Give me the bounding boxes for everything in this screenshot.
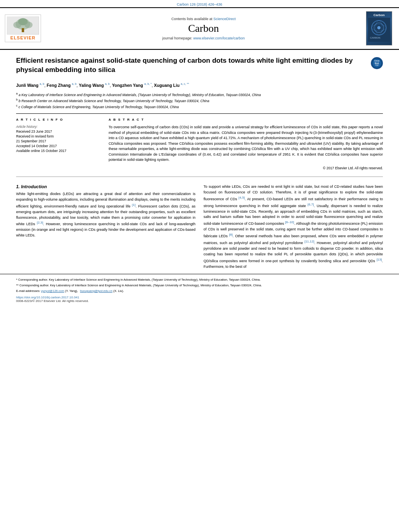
- email-yang-link[interactable]: yyzyut@126.com: [41, 289, 64, 293]
- accepted-date: Accepted 14 October 2017: [16, 144, 101, 148]
- sciencedirect-link[interactable]: ScienceDirect: [214, 17, 236, 21]
- footnote-emails: E-mail addresses: yyzyut@126.com (Y. Yan…: [16, 289, 383, 294]
- revised-date: 21 September 2017: [16, 139, 101, 143]
- svg-text:Mark: Mark: [375, 62, 379, 64]
- svg-point-4: [13, 22, 21, 28]
- journal-reference: Carbon 126 (2018) 426–436: [0, 0, 399, 7]
- svg-point-5: [25, 22, 33, 28]
- available-date: Available online 15 October 2017: [16, 149, 101, 153]
- author-2: Feng Zhang: [47, 82, 71, 87]
- doi-link[interactable]: https://doi.org/10.1016/j.carbon.2017.10…: [16, 296, 79, 299]
- elsevier-logo: ELSEVIER: [5, 14, 41, 42]
- issn-line: 0008-6223/© 2017 Elsevier Ltd. All right…: [16, 299, 383, 303]
- intro-text-col1: White light-emitting diodes (LEDs) are a…: [16, 191, 195, 239]
- article-info-header: A R T I C L E I N F O: [16, 118, 101, 121]
- affiliations: a a Key Laboratory of Interface Science …: [16, 92, 383, 109]
- svg-text:Cross: Cross: [374, 60, 380, 62]
- crossmark-badge[interactable]: Cross Mark ✓: [371, 57, 383, 69]
- body-col-left: 1. Introduction White light-emitting dio…: [16, 184, 195, 270]
- author-4: Yongzhen Yang: [112, 82, 143, 87]
- doi-line[interactable]: https://doi.org/10.1016/j.carbon.2017.10…: [16, 296, 383, 299]
- journal-cover-image: Carbon CARBON: [366, 11, 392, 45]
- section-divider: [16, 177, 383, 177]
- svg-point-11: [377, 26, 380, 29]
- intro-text-col2: To support white LEDs, CDs are needed to…: [204, 184, 383, 270]
- journal-homepage: journal homepage: www.elsevier.com/locat…: [41, 36, 366, 40]
- abstract-col: A B S T R A C T To overcome self-quenchi…: [109, 118, 383, 170]
- copyright-line: © 2017 Elsevier Ltd. All rights reserved…: [109, 166, 383, 170]
- journal-homepage-link[interactable]: www.elsevier.com/locate/carbon: [193, 36, 245, 40]
- author-5: Xuguang Liu: [154, 82, 180, 87]
- abstract-header: A B S T R A C T: [109, 118, 383, 121]
- article-title-block: Cross Mark ✓ Efficient resistance agains…: [16, 56, 383, 79]
- footnote-1: * Corresponding author. Key Laboratory o…: [16, 277, 383, 282]
- abstract-text: To overcome self-quenching of carbon dot…: [109, 125, 383, 163]
- and-text: and: [148, 228, 154, 232]
- page-wrapper: Carbon 126 (2018) 426–436 ELSEVIER: [0, 0, 399, 304]
- body-section: 1. Introduction White light-emitting dio…: [0, 180, 399, 274]
- article-history-label: Article history:: [16, 125, 101, 129]
- svg-text:CARBON: CARBON: [370, 37, 380, 39]
- intro-title: 1. Introduction: [16, 184, 195, 189]
- received-date: Received 23 June 2017: [16, 129, 101, 134]
- footnote-2: ** Corresponding author. Key Laboratory …: [16, 283, 383, 288]
- journal-ref-text: Carbon 126 (2018) 426–436: [177, 2, 222, 6]
- authors-line: Junli Wang a, b, Feng Zhang a, b, Yaling…: [16, 82, 383, 88]
- affil-c: c c College of Materials Science and Eng…: [16, 104, 383, 110]
- email-liu-link[interactable]: liuxuguang@tyut.edu.cn: [80, 289, 113, 293]
- author-1: Junli Wang: [16, 82, 39, 87]
- body-col-right: To support white LEDs, CDs are needed to…: [204, 184, 383, 270]
- footnote-area: * Corresponding author. Key Laboratory o…: [0, 274, 399, 305]
- author-3: Yaling Wang: [79, 82, 104, 87]
- crossmark-icon: Cross Mark ✓: [371, 57, 383, 69]
- journal-cover: Carbon CARBON: [366, 11, 394, 45]
- affil-a: a a Key Laboratory of Interface Science …: [16, 92, 383, 98]
- revised-label: Received in revised form: [16, 134, 101, 138]
- elsevier-name: ELSEVIER: [7, 35, 39, 40]
- article-title: Efficient resistance against solid-state…: [16, 56, 383, 75]
- elsevier-graphic: [7, 16, 39, 35]
- affil-b: b b Research Center on Advanced Material…: [16, 98, 383, 104]
- article-section: Cross Mark ✓ Efficient resistance agains…: [0, 50, 399, 173]
- article-info-abstract: A R T I C L E I N F O Article history: R…: [16, 113, 383, 173]
- journal-name: Carbon: [41, 23, 366, 35]
- body-two-col: 1. Introduction White light-emitting dio…: [16, 184, 383, 270]
- svg-text:✓: ✓: [376, 65, 378, 67]
- journal-center: Contents lists available at ScienceDirec…: [41, 17, 366, 40]
- article-info-col: A R T I C L E I N F O Article history: R…: [16, 118, 101, 170]
- journal-header: ELSEVIER Contents lists available at Sci…: [0, 7, 399, 49]
- svg-rect-3: [22, 28, 24, 32]
- contents-line: Contents lists available at ScienceDirec…: [41, 17, 366, 21]
